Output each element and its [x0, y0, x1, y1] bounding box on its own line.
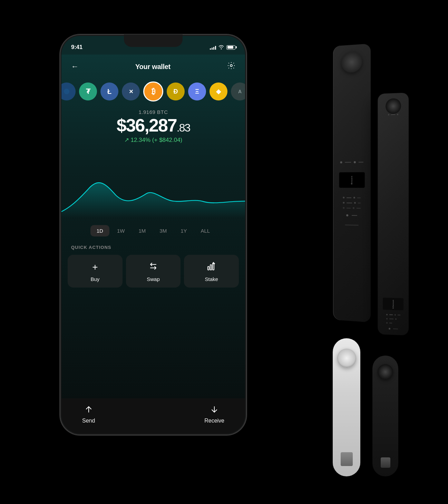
hardware-wallet-2: Ethereum: [378, 93, 409, 335]
chart-svg: [61, 153, 245, 218]
stake-icon: [207, 262, 216, 273]
buy-label: Buy: [90, 276, 99, 282]
receive-button[interactable]: Receive: [204, 405, 224, 424]
coin-btc[interactable]: ₿: [143, 81, 163, 101]
send-label: Send: [82, 418, 95, 424]
status-time: 9:41: [71, 44, 82, 51]
scene: 9:41: [43, 17, 405, 487]
app-header: ← Your wallet: [61, 55, 245, 75]
hardware-wallet-1: Bitcoin: [333, 43, 371, 322]
coin-partial-right[interactable]: A: [231, 83, 245, 100]
balance-change: ↗ 12.34% (+ $842.04): [68, 136, 238, 144]
svg-rect-3: [210, 265, 212, 270]
coin-doge[interactable]: Ð: [167, 83, 185, 100]
hw4-button: [378, 364, 393, 380]
phone: 9:41: [60, 35, 246, 435]
stake-button[interactable]: Stake: [184, 255, 239, 288]
notch: [124, 35, 183, 47]
coin-usdt[interactable]: ₮: [79, 83, 97, 100]
filter-1w[interactable]: 1W: [111, 225, 131, 236]
hw2-screen-text: Ethereum: [392, 300, 394, 309]
battery-icon: [226, 45, 235, 50]
coin-xrp[interactable]: ✕: [122, 83, 140, 100]
time-filters: 1D 1W 1M 3M 1Y ALL: [61, 218, 245, 245]
coin-eth[interactable]: Ξ: [188, 83, 206, 100]
coin-amount: 1.9169 BTC: [68, 109, 238, 115]
hw3-connector: [341, 452, 353, 466]
hw3-button: [337, 349, 356, 368]
quick-actions-row: + Buy Swap: [61, 255, 245, 294]
quick-actions-label: QUICK ACTIONS: [61, 245, 245, 255]
app-screen: ← Your wallet ₮: [61, 55, 245, 434]
signal-icon: [210, 45, 216, 50]
coin-partial-left[interactable]: [61, 83, 76, 100]
coin-ltc[interactable]: Ł: [100, 83, 118, 100]
back-button[interactable]: ←: [71, 62, 79, 71]
filter-1d[interactable]: 1D: [90, 225, 109, 236]
hw1-screen-text: Bitcoin: [351, 176, 353, 184]
bottom-bar: Send Receive: [61, 398, 245, 434]
buy-icon: +: [92, 262, 98, 273]
balance-cents: .83: [177, 122, 190, 134]
settings-button[interactable]: [227, 61, 235, 72]
svg-point-1: [64, 89, 69, 94]
filter-3m[interactable]: 3M: [153, 225, 173, 236]
receive-icon: [210, 405, 218, 416]
swap-button[interactable]: Swap: [126, 255, 181, 288]
status-icons: [210, 45, 235, 50]
balance-dollars: $36,287: [117, 115, 177, 135]
hw2-screen: Ethereum: [383, 298, 403, 310]
hw1-button: [341, 51, 362, 73]
buy-button[interactable]: + Buy: [68, 255, 123, 288]
coin-bnb[interactable]: ◆: [210, 83, 227, 100]
hw1-screen: Bitcoin: [339, 172, 364, 188]
swap-label: Swap: [147, 276, 160, 282]
stake-label: Stake: [205, 276, 218, 282]
svg-rect-2: [208, 266, 209, 270]
ledger-nano-s-white: [333, 338, 360, 476]
balance-section: 1.9169 BTC $36,287.83 ↗ 12.34% (+ $842.0…: [61, 106, 245, 149]
price-chart: [61, 149, 245, 218]
wallet-title: Your wallet: [135, 63, 171, 71]
ledger-nano-x-black: [372, 356, 398, 476]
balance-amount: $36,287.83: [68, 116, 238, 134]
svg-point-0: [230, 65, 232, 67]
swap-icon: [149, 262, 158, 273]
hw4-connector: [381, 457, 390, 468]
filter-all[interactable]: ALL: [195, 225, 216, 236]
send-button[interactable]: Send: [82, 405, 95, 424]
battery-fill: [227, 46, 234, 49]
phone-screen: 9:41: [61, 36, 245, 434]
filter-1y[interactable]: 1Y: [174, 225, 193, 236]
crypto-row: ₮ Ł ✕ ₿ Ð Ξ: [61, 75, 245, 106]
receive-label: Receive: [204, 418, 224, 424]
wifi-icon: [218, 45, 224, 50]
send-icon: [85, 405, 93, 416]
filter-1m[interactable]: 1M: [132, 225, 152, 236]
